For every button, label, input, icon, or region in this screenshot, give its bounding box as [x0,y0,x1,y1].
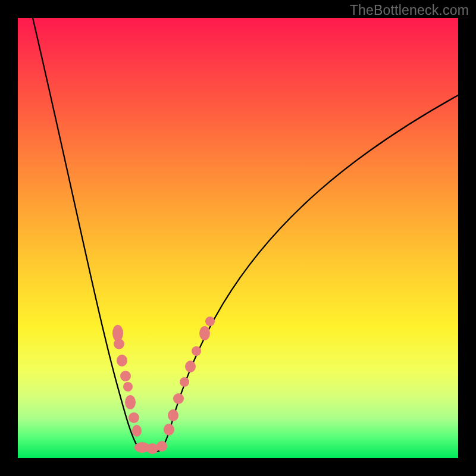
data-marker [146,443,158,454]
data-marker [132,425,142,437]
marker-group [112,317,215,454]
data-marker [168,409,178,421]
data-marker [156,441,167,452]
data-marker [205,317,215,326]
data-marker [114,339,124,349]
data-marker [185,361,196,372]
data-marker [120,371,131,381]
data-marker [164,424,174,436]
watermark-text: TheBottleneck.com [350,2,469,18]
curve-right [155,95,458,452]
data-marker [192,346,201,356]
data-marker [199,326,210,340]
data-marker [123,382,133,392]
data-marker [180,377,189,387]
data-marker [129,412,139,423]
data-marker [173,393,184,404]
chart-overlay [18,18,458,458]
data-marker [117,355,127,367]
data-marker [125,395,136,409]
